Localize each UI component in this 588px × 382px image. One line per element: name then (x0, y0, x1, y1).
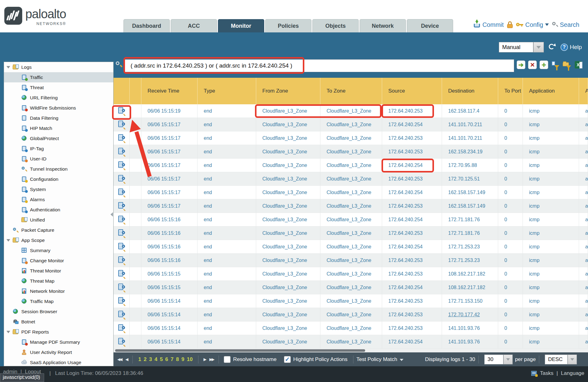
sidebar-item-ip-tag[interactable]: IP-Tag (4, 143, 113, 154)
page-number-3[interactable]: 3 (149, 356, 152, 363)
cell-detail[interactable] (114, 104, 130, 118)
tasks-button[interactable]: Tasks (540, 370, 553, 376)
first-page-button[interactable]: ◀◀ (117, 357, 122, 362)
column-header-application[interactable]: Application (523, 78, 579, 104)
sidebar-item-change-monitor[interactable]: Change Monitor (4, 255, 113, 266)
sidebar-item-pdf-reports[interactable]: PDF Reports (4, 327, 113, 337)
cell-source[interactable]: 172.64.240.254 (382, 159, 442, 172)
sidebar-item-saas-application-usage[interactable]: SaaS Application Usage (4, 357, 113, 366)
sidebar-item-system[interactable]: System (4, 184, 113, 194)
language-button[interactable]: Language (561, 370, 584, 376)
sidebar-item-botnet[interactable]: Botnet (4, 317, 113, 327)
cell-destination[interactable]: 172.70.95.88 (442, 159, 498, 172)
sidebar-item-threat[interactable]: Threat (4, 82, 113, 93)
sort-order-select[interactable]: DESC (545, 355, 577, 364)
sidebar-item-configuration[interactable]: Configuration (4, 174, 113, 184)
tab-dashboard[interactable]: Dashboard (123, 19, 170, 32)
filter-builder-button[interactable] (551, 60, 560, 69)
add-filter-button[interactable]: + (540, 60, 548, 69)
expand-triangle-icon[interactable] (6, 331, 10, 333)
log-detail-magnifier-icon[interactable] (118, 243, 125, 251)
sidebar-item-hip-match[interactable]: HIP Match (4, 123, 113, 133)
last-page-button[interactable]: ▶▶ (209, 357, 214, 362)
cell-destination[interactable]: 141.101.93.76 (442, 335, 498, 349)
sidebar-item-url-filtering[interactable]: URL Filtering (4, 93, 113, 103)
refresh-icon[interactable] (548, 43, 556, 51)
cell-detail[interactable] (114, 281, 130, 294)
log-detail-magnifier-icon[interactable] (118, 216, 125, 224)
sidebar-item-threat-map[interactable]: Threat Map (4, 276, 113, 286)
cell-destination[interactable]: 172.71.153.150 (442, 294, 498, 308)
column-header-type[interactable]: Type (198, 78, 256, 104)
cell-source[interactable]: 172.64.240.254 (382, 240, 442, 254)
help-button[interactable]: ? Help (561, 44, 582, 51)
cell-detail[interactable] (114, 131, 130, 145)
log-detail-magnifier-icon[interactable] (118, 324, 125, 332)
page-number-7[interactable]: 7 (171, 356, 173, 363)
sidebar-item-summary[interactable]: Summary (4, 245, 113, 255)
log-detail-magnifier-icon[interactable] (118, 161, 125, 169)
cell-destination[interactable]: 141.101.70.211 (442, 118, 498, 131)
log-detail-magnifier-icon[interactable] (118, 297, 125, 305)
log-detail-magnifier-icon[interactable] (118, 189, 125, 197)
column-header-destination[interactable]: Destination (442, 78, 498, 104)
refresh-mode-dropdown-button[interactable] (533, 42, 544, 52)
expand-triangle-icon[interactable] (6, 66, 10, 69)
cell-detail[interactable] (114, 159, 130, 172)
cell-destination[interactable]: 162.158.117.4 (442, 104, 498, 118)
log-detail-magnifier-icon[interactable] (118, 338, 125, 346)
sidebar-item-logs[interactable]: Logs (4, 62, 113, 72)
cell-source[interactable]: 172.64.240.253 (382, 226, 442, 240)
cell-source[interactable]: 172.64.240.253 (382, 145, 442, 159)
cell-destination[interactable]: 141.101.93.76 (442, 322, 498, 335)
cell-source[interactable]: 172.64.240.253 (382, 267, 442, 281)
cell-source[interactable]: 172.64.240.254 (382, 118, 442, 131)
sidebar-item-packet-capture[interactable]: Packet Capture (4, 225, 113, 235)
sidebar-item-threat-monitor[interactable]: Threat Monitor (4, 266, 113, 276)
commit-button[interactable]: Commit (473, 21, 504, 28)
resolve-hostname-checkbox[interactable] (224, 356, 231, 363)
cell-source[interactable]: 172.64.240.254 (382, 335, 442, 349)
log-filter-input[interactable] (125, 59, 514, 72)
test-policy-match-button[interactable]: Test Policy Match (357, 356, 403, 363)
sidebar-collapse-handle[interactable] (111, 212, 113, 217)
log-detail-magnifier-icon[interactable] (118, 134, 125, 142)
export-to-csv-button[interactable]: X (574, 60, 582, 69)
log-detail-magnifier-icon[interactable] (118, 175, 125, 183)
tab-policies[interactable]: Policies (265, 19, 311, 32)
cell-destination[interactable]: 108.162.217.182 (442, 267, 498, 281)
next-page-button[interactable]: ▶ (203, 357, 206, 362)
page-number-4[interactable]: 4 (154, 356, 157, 363)
column-header-ac[interactable]: Ac (579, 78, 588, 104)
page-number-6[interactable]: 6 (165, 356, 168, 363)
page-number-9[interactable]: 9 (181, 356, 184, 363)
saved-filters-button[interactable] (562, 60, 571, 69)
refresh-mode-select[interactable]: Manual (499, 42, 544, 52)
cell-detail[interactable] (114, 254, 130, 267)
clear-filter-button[interactable]: × (528, 60, 537, 69)
column-header-source[interactable]: Source (382, 78, 442, 104)
log-detail-magnifier-icon[interactable] (118, 148, 125, 156)
cell-destination[interactable]: 162.158.234.19 (442, 145, 498, 159)
cell-destination[interactable]: 162.158.157.149 (442, 186, 498, 199)
cell-destination[interactable]: 141.101.70.211 (442, 131, 498, 145)
cell-source[interactable]: 172.64.240.253 (382, 104, 442, 118)
cell-detail[interactable] (114, 199, 130, 213)
cell-destination[interactable]: 172.70.177.42 (442, 308, 498, 322)
log-detail-magnifier-icon[interactable] (118, 121, 125, 129)
cell-destination[interactable]: 162.158.157.149 (442, 199, 498, 213)
cell-source[interactable]: 172.64.240.253 (382, 294, 442, 308)
per-page-select[interactable]: 30 (484, 355, 513, 364)
cell-detail[interactable] (114, 172, 130, 186)
column-header-to-zone[interactable]: To Zone (320, 78, 382, 104)
expand-triangle-icon[interactable] (6, 239, 10, 242)
sidebar-item-authentication[interactable]: Authentication (4, 205, 113, 215)
page-number-5[interactable]: 5 (160, 356, 163, 363)
log-detail-magnifier-icon[interactable] (118, 270, 125, 278)
sidebar-item-alarms[interactable]: Alarms (4, 194, 113, 205)
config-menu-button[interactable]: Config (516, 21, 549, 28)
highlight-policy-actions-checkbox[interactable]: ✓ (284, 356, 291, 363)
cell-source[interactable]: 172.64.240.254 (382, 186, 442, 199)
apply-filter-button[interactable]: ➔ (517, 60, 525, 69)
tab-monitor[interactable]: Monitor (218, 19, 264, 32)
